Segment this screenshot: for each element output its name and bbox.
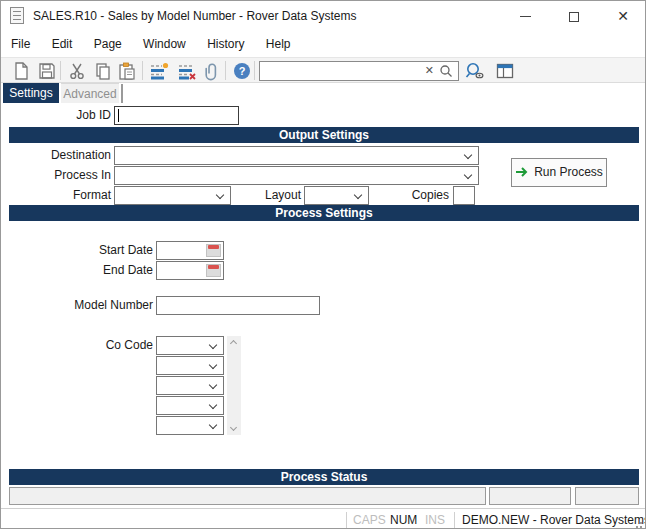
layout-view-button[interactable] bbox=[493, 60, 517, 82]
cut-icon bbox=[67, 61, 87, 81]
chevron-down-icon bbox=[209, 421, 217, 429]
delete-rows-button[interactable] bbox=[175, 60, 199, 82]
close-icon: ✕ bbox=[617, 8, 629, 24]
resize-grip[interactable] bbox=[632, 518, 642, 528]
tab-divider bbox=[121, 84, 123, 103]
output-settings-header: Output Settings bbox=[9, 127, 639, 143]
chevron-down-icon bbox=[216, 191, 224, 199]
save-button[interactable] bbox=[35, 60, 59, 82]
chevron-down-icon bbox=[464, 151, 472, 159]
co-code-label: Co Code bbox=[43, 336, 153, 355]
toolbar-search: ✕ bbox=[259, 61, 459, 81]
session-label: DEMO.NEW - Rover Data Systems bbox=[462, 513, 646, 527]
scroll-up-icon[interactable] bbox=[230, 340, 237, 347]
model-number-input[interactable] bbox=[156, 296, 320, 315]
status-bar: CAPS NUM INS DEMO.NEW - Rover Data Syste… bbox=[1, 508, 645, 529]
job-id-label: Job ID bbox=[1, 106, 111, 125]
process-in-label: Process In bbox=[1, 166, 111, 185]
start-date-input[interactable] bbox=[156, 241, 224, 260]
menu-history[interactable]: History bbox=[198, 31, 253, 57]
menu-help[interactable]: Help bbox=[257, 31, 300, 57]
calendar-icon[interactable] bbox=[206, 264, 221, 277]
maximize-icon bbox=[569, 12, 579, 22]
run-process-button[interactable]: Run Process bbox=[511, 158, 607, 187]
insert-rows-icon bbox=[148, 61, 170, 81]
co-code-select-3[interactable] bbox=[156, 376, 224, 395]
caps-indicator: CAPS bbox=[353, 513, 386, 527]
process-settings-header: Process Settings bbox=[9, 205, 639, 221]
co-code-scrollbar[interactable] bbox=[227, 336, 241, 435]
end-date-input[interactable] bbox=[156, 261, 224, 280]
tab-strip: Settings Advanced bbox=[1, 83, 645, 103]
lookup-button[interactable] bbox=[463, 60, 487, 82]
app-window: SALES.R10 - Sales by Model Number - Rove… bbox=[0, 0, 646, 529]
layout-label: Layout bbox=[231, 186, 301, 205]
ins-indicator: INS bbox=[425, 513, 445, 527]
clear-search-icon[interactable]: ✕ bbox=[425, 64, 434, 77]
chevron-down-icon bbox=[464, 171, 472, 179]
scroll-down-icon[interactable] bbox=[230, 424, 237, 431]
paste-button[interactable] bbox=[115, 60, 139, 82]
menu-edit[interactable]: Edit bbox=[43, 31, 82, 57]
insert-rows-button[interactable] bbox=[147, 60, 171, 82]
run-arrow-icon bbox=[515, 167, 529, 177]
status-field-main bbox=[9, 487, 486, 505]
layout-select[interactable] bbox=[304, 186, 369, 205]
chevron-down-icon bbox=[209, 341, 217, 349]
run-process-label: Run Process bbox=[534, 165, 603, 179]
new-document-icon bbox=[11, 61, 31, 81]
co-code-select-4[interactable] bbox=[156, 396, 224, 415]
attachment-icon bbox=[202, 61, 222, 81]
model-number-label: Model Number bbox=[43, 296, 153, 315]
title-bar: SALES.R10 - Sales by Model Number - Rove… bbox=[1, 1, 645, 31]
calendar-icon[interactable] bbox=[206, 244, 221, 257]
text-caret bbox=[118, 109, 119, 122]
process-in-select[interactable] bbox=[114, 166, 479, 185]
copy-button[interactable] bbox=[91, 60, 115, 82]
menu-bar: File Edit Page Window History Help bbox=[1, 31, 645, 57]
delete-rows-icon bbox=[176, 61, 198, 81]
toolbar: ? ✕ bbox=[1, 57, 645, 83]
tab-settings[interactable]: Settings bbox=[3, 83, 59, 103]
help-button[interactable]: ? bbox=[230, 60, 254, 82]
format-select[interactable] bbox=[114, 186, 231, 205]
co-code-select-2[interactable] bbox=[156, 356, 224, 375]
status-field-3 bbox=[575, 487, 639, 505]
window-title: SALES.R10 - Sales by Model Number - Rove… bbox=[33, 9, 356, 23]
copies-label: Copies bbox=[389, 186, 449, 205]
destination-select[interactable] bbox=[114, 146, 479, 165]
copies-input[interactable] bbox=[453, 186, 475, 205]
cut-button[interactable] bbox=[65, 60, 89, 82]
save-icon bbox=[37, 61, 57, 81]
new-document-button[interactable] bbox=[9, 60, 33, 82]
copy-icon bbox=[93, 61, 113, 81]
process-status-header: Process Status bbox=[9, 469, 639, 485]
close-button[interactable]: ✕ bbox=[602, 1, 644, 31]
co-code-select-1[interactable] bbox=[156, 336, 224, 355]
menu-window[interactable]: Window bbox=[134, 31, 195, 57]
menu-file[interactable]: File bbox=[1, 31, 39, 57]
tab-advanced[interactable]: Advanced bbox=[61, 83, 119, 103]
chevron-down-icon bbox=[354, 191, 362, 199]
minimize-button[interactable] bbox=[504, 1, 546, 31]
app-icon bbox=[10, 7, 24, 24]
job-id-input[interactable] bbox=[114, 106, 239, 125]
attachment-button[interactable] bbox=[200, 60, 224, 82]
chevron-down-icon bbox=[209, 361, 217, 369]
start-date-label: Start Date bbox=[43, 241, 153, 260]
destination-label: Destination bbox=[1, 146, 111, 165]
status-field-2 bbox=[489, 487, 571, 505]
minimize-icon bbox=[520, 16, 531, 17]
format-label: Format bbox=[1, 186, 111, 205]
search-icon[interactable] bbox=[439, 64, 453, 81]
menu-page[interactable]: Page bbox=[85, 31, 131, 57]
maximize-button[interactable] bbox=[553, 1, 595, 31]
statusbar-divider bbox=[346, 512, 347, 528]
help-icon: ? bbox=[232, 61, 252, 81]
co-code-select-5[interactable] bbox=[156, 416, 224, 435]
lookup-icon bbox=[464, 61, 486, 81]
search-input[interactable] bbox=[263, 63, 423, 79]
layout-view-icon bbox=[495, 61, 515, 81]
chevron-down-icon bbox=[209, 381, 217, 389]
num-indicator: NUM bbox=[390, 513, 417, 527]
